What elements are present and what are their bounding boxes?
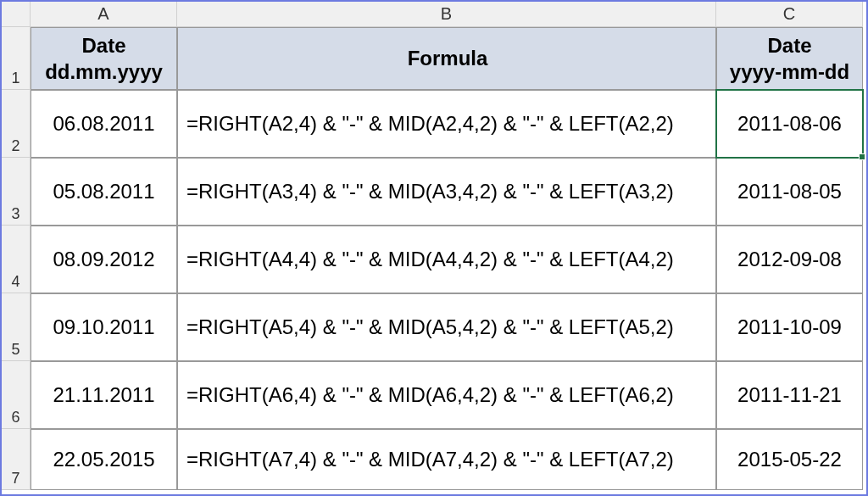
table-row: 05.08.2011 =RIGHT(A3,4) & "-" & MID(A3,4…: [31, 158, 866, 226]
cell-b6[interactable]: =RIGHT(A6,4) & "-" & MID(A6,4,2) & "-" &…: [177, 361, 716, 429]
cell-a4[interactable]: 08.09.2012: [31, 226, 177, 293]
row-header-4[interactable]: 4: [2, 226, 31, 293]
cell-c5[interactable]: 2011-10-09: [716, 293, 863, 361]
cell-c4[interactable]: 2012-09-08: [716, 226, 863, 293]
column-header-c[interactable]: C: [716, 2, 863, 27]
table-row: 09.10.2011 =RIGHT(A5,4) & "-" & MID(A5,4…: [31, 293, 866, 361]
cell-a6[interactable]: 21.11.2011: [31, 361, 177, 429]
data-area: 1 2 3 4 5 6 7 Date dd.mm.yyyy Formula Da…: [2, 27, 866, 494]
cell-b1[interactable]: Formula: [177, 27, 716, 90]
row-headers-column: 1 2 3 4 5 6 7: [2, 27, 31, 494]
cell-c2[interactable]: 2011-08-06: [716, 90, 863, 158]
cell-b2[interactable]: =RIGHT(A2,4) & "-" & MID(A2,4,2) & "-" &…: [177, 90, 716, 158]
cell-a2[interactable]: 06.08.2011: [31, 90, 177, 158]
cell-c1[interactable]: Date yyyy-mm-dd: [716, 27, 863, 90]
cell-b4[interactable]: =RIGHT(A4,4) & "-" & MID(A4,4,2) & "-" &…: [177, 226, 716, 293]
table-row: 08.09.2012 =RIGHT(A4,4) & "-" & MID(A4,4…: [31, 226, 866, 293]
cell-b3[interactable]: =RIGHT(A3,4) & "-" & MID(A3,4,2) & "-" &…: [177, 158, 716, 226]
cell-c3[interactable]: 2011-08-05: [716, 158, 863, 226]
column-header-a[interactable]: A: [31, 2, 177, 27]
table-row: 21.11.2011 =RIGHT(A6,4) & "-" & MID(A6,4…: [31, 361, 866, 429]
row-header-1[interactable]: 1: [2, 27, 31, 90]
row-header-7[interactable]: 7: [2, 429, 31, 490]
table-row: 06.08.2011 =RIGHT(A2,4) & "-" & MID(A2,4…: [31, 90, 866, 158]
table-row: 22.05.2015 =RIGHT(A7,4) & "-" & MID(A7,4…: [31, 429, 866, 490]
cell-b7[interactable]: =RIGHT(A7,4) & "-" & MID(A7,4,2) & "-" &…: [177, 429, 716, 490]
cell-a7[interactable]: 22.05.2015: [31, 429, 177, 490]
fill-handle[interactable]: [859, 153, 865, 160]
cell-a1[interactable]: Date dd.mm.yyyy: [31, 27, 177, 90]
cell-value: 2011-08-06: [737, 112, 842, 136]
select-all-corner[interactable]: [2, 2, 31, 27]
row-header-5[interactable]: 5: [2, 293, 31, 361]
cell-a3[interactable]: 05.08.2011: [31, 158, 177, 226]
row-header-3[interactable]: 3: [2, 158, 31, 226]
row-header-6[interactable]: 6: [2, 361, 31, 429]
column-header-b[interactable]: B: [177, 2, 716, 27]
spreadsheet-grid: A B C 1 2 3 4 5 6 7 Date dd.mm.yyyy Form…: [2, 2, 866, 494]
table-header-row: Date dd.mm.yyyy Formula Date yyyy-mm-dd: [31, 27, 866, 90]
column-headers-row: A B C: [2, 2, 866, 27]
cell-b5[interactable]: =RIGHT(A5,4) & "-" & MID(A5,4,2) & "-" &…: [177, 293, 716, 361]
cells-container: Date dd.mm.yyyy Formula Date yyyy-mm-dd …: [31, 27, 866, 494]
cell-c7[interactable]: 2015-05-22: [716, 429, 863, 490]
cell-a5[interactable]: 09.10.2011: [31, 293, 177, 361]
row-header-2[interactable]: 2: [2, 90, 31, 158]
cell-c6[interactable]: 2011-11-21: [716, 361, 863, 429]
